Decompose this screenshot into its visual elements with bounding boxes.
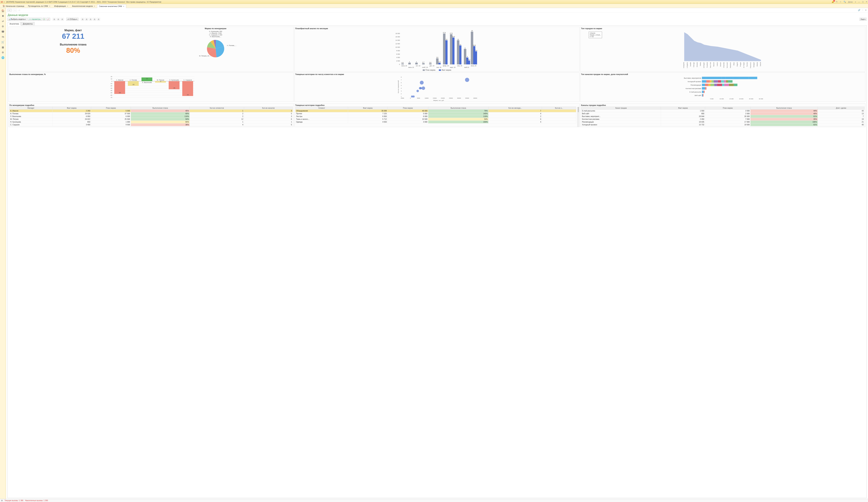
svg-text:Dallas: Dallas: [700, 62, 701, 66]
tb-btn-1[interactable]: ▦: [53, 18, 56, 21]
tab[interactable]: 🏠Начальная страница: [1, 4, 26, 8]
panel-table-chan: Каналы продаж подробно Канал продажФакт …: [580, 103, 865, 127]
svg-rect-58: [471, 32, 473, 64]
print-icon[interactable]: 🖶: [1, 500, 3, 501]
select-model-button[interactable]: 📊 Выбрать модель ▾: [7, 18, 27, 21]
tb-btn-5[interactable]: ▦: [85, 18, 88, 21]
tab[interactable]: Информация✕: [52, 4, 70, 8]
params-button[interactable]: <.> параметры: [28, 18, 42, 21]
svg-rect-194: [702, 91, 704, 93]
svg-rect-174: [718, 80, 721, 83]
close-icon[interactable]: ✕: [94, 5, 95, 7]
bell-icon[interactable]: 🔔3: [831, 1, 834, 3]
table-row[interactable]: Веб-сайт8002 00040%13: [581, 112, 865, 115]
close-icon[interactable]: ✕: [123, 6, 124, 7]
tb-btn-7[interactable]: ▦: [93, 18, 96, 21]
star-icon[interactable]: ☆: [840, 1, 841, 3]
svg-text:июнь 20: июнь 20: [471, 65, 476, 67]
forward-button[interactable]: →: [13, 9, 17, 12]
maximize-icon[interactable]: ◻: [862, 1, 864, 3]
svg-rect-62: [475, 51, 477, 64]
tb-btn-4[interactable]: ▦: [81, 18, 84, 21]
star2-icon[interactable]: ✱: [2, 14, 4, 17]
cart-icon[interactable]: 🛒: [1, 41, 4, 43]
window-title: [КОПИЯ] Управление торговлей, редакция 1…: [6, 1, 831, 3]
svg-text:1: 1: [409, 61, 410, 63]
phone-icon[interactable]: ☎: [1, 30, 4, 33]
table-mgr-title: По менеджерам подробно: [9, 104, 293, 106]
table-chan[interactable]: Канал продажФакт маржаПлан маржаВыполнен…: [581, 107, 865, 126]
home-icon[interactable]: 🏠: [1, 9, 4, 12]
table-row[interactable]: Рекомендации18 03517 000106%21: [581, 121, 865, 123]
panel-cities: Топ городов по марже MinneapolisLos Ange…: [580, 27, 865, 72]
table-row[interactable]: Холодный прозвон15 73219 50081%40: [581, 123, 865, 126]
tab[interactable]: Сквозная аналитика CRM✕: [97, 4, 126, 8]
tb-btn-2[interactable]: ▦: [56, 18, 60, 21]
tools-icon[interactable]: ⚙: [2, 25, 4, 28]
tb-btn-3[interactable]: ▦: [61, 18, 64, 21]
kpi-plan-label: Выполнение плана: [9, 43, 137, 46]
table-row[interactable]: А. Иванов2 2605 00045%13: [10, 109, 293, 112]
search-icon[interactable]: 🔍: [844, 1, 846, 3]
more-button[interactable]: Еще ▾: [859, 18, 867, 21]
scrollbar[interactable]: [577, 107, 579, 127]
svg-text:Charlotte: Charlotte: [723, 62, 725, 68]
svg-text:16: 16: [146, 78, 148, 80]
minimize-icon[interactable]: —: [858, 1, 860, 3]
table-row[interactable]: Выставки, мероприят...28 64435 50081%7: [581, 115, 865, 118]
close-page-icon[interactable]: ✕: [865, 9, 867, 11]
bag-icon[interactable]: 🛍: [2, 35, 4, 38]
table-row[interactable]: М. Петров24 02225 50094%126: [10, 118, 293, 121]
back-button[interactable]: ←: [7, 9, 12, 12]
table-row[interactable]: Оборудование35 09946 00076%7: [295, 109, 576, 112]
table-row[interactable]: А. Попова29 92937 50080%25: [10, 112, 293, 115]
svg-text:40000: 40000: [473, 97, 477, 99]
table-row[interactable]: Л. Васильева6 9506 000116%23: [10, 115, 293, 118]
tb-btn-6[interactable]: ▦: [89, 18, 92, 21]
fav-star-icon[interactable]: ☆: [18, 9, 20, 12]
table-row[interactable]: Люстры6 9506 000116%2: [295, 115, 576, 118]
tb-btn-8[interactable]: ▦: [97, 18, 100, 21]
tab[interactable]: Путеводитель по CRM✕: [26, 4, 52, 8]
close-icon[interactable]: ✕: [866, 1, 867, 3]
table-row[interactable]: Одежда4 6503 000155%4: [295, 121, 576, 123]
table-row[interactable]: Н. Кузнецова6501 00065%11: [10, 121, 293, 123]
svg-text:май 20: май 20: [464, 66, 469, 68]
grid-icon[interactable]: ▦: [2, 46, 4, 49]
chart-button[interactable]: 📈: [46, 18, 50, 21]
home-icon: 🏠: [3, 5, 5, 7]
refresh-button[interactable]: ⟳: [42, 18, 46, 21]
table-row[interactable]: Контекстная реклама2 4507 00035%19: [581, 118, 865, 121]
link-icon[interactable]: 🔗: [858, 9, 860, 11]
bubble-title: Товарные категории по числу клиентов и п…: [295, 73, 579, 75]
svg-text:-35: -35: [173, 87, 175, 89]
user-label[interactable]: Демо: [848, 1, 853, 3]
swap-icon[interactable]: ⇄: [2, 20, 4, 23]
menu-icon[interactable]: ≡: [4, 1, 5, 3]
content-tab[interactable]: Аналитика: [8, 22, 21, 25]
kebab-icon[interactable]: ⋮: [862, 9, 864, 11]
table-row[interactable]: Ткань и аксесс...5 71210 50054%6: [295, 118, 576, 121]
gear-icon[interactable]: ⚙: [2, 51, 4, 54]
history-icon[interactable]: ↻: [836, 1, 838, 3]
titlebar: 1С ≡ [КОПИЯ] Управление торговлей, редак…: [0, 0, 868, 4]
table-row[interactable]: С. Сидоров3 4009 50036%45: [10, 123, 293, 126]
svg-text:10 000: 10 000: [395, 46, 400, 48]
svg-text:-50: -50: [110, 92, 112, 94]
table-cat[interactable]: СегментФакт маржаПлан маржаВыполнение пл…: [295, 107, 576, 123]
content-tab[interactable]: Документы: [21, 22, 34, 25]
svg-text:0: 0: [112, 81, 112, 82]
table-row[interactable]: Прочее7 2255 000145%4: [295, 112, 576, 115]
globe-icon[interactable]: 🌐: [1, 56, 4, 59]
filters-button[interactable]: 🏷 Отборы ▾: [66, 18, 78, 21]
svg-text:0,9: 0,9: [438, 61, 441, 63]
svg-text:Minneapolis: Minneapolis: [683, 62, 685, 68]
close-icon[interactable]: ✕: [67, 5, 68, 7]
tab[interactable]: Аналитические модели✕: [70, 4, 97, 8]
close-icon[interactable]: ✕: [49, 5, 50, 7]
svg-rect-43: [452, 38, 454, 64]
table-row[interactable]: E-mail рассылка1 5503 50044%43: [581, 109, 865, 112]
settings-bars-icon[interactable]: ≡: [855, 1, 856, 3]
svg-text:10 000: 10 000: [720, 98, 724, 100]
table-mgr[interactable]: ManagerФакт маржаПлан маржаВыполнение пл…: [9, 107, 293, 126]
